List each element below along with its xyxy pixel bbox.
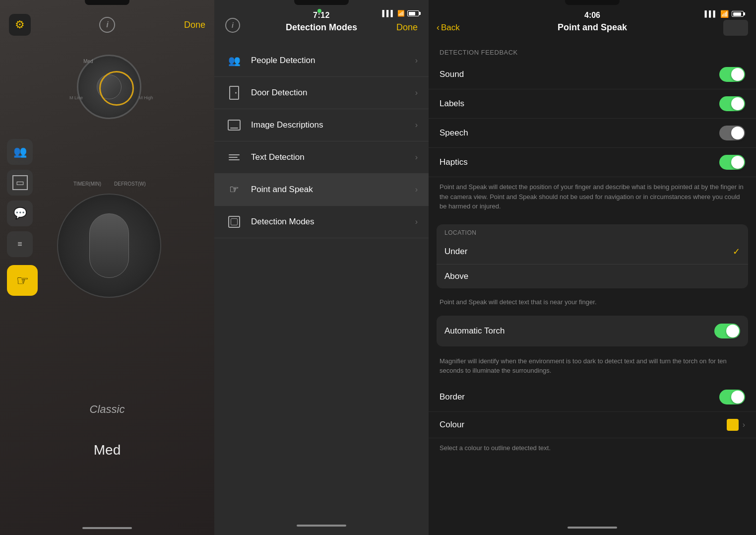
- panel2-status-time: 7:12: [313, 11, 330, 20]
- panel2-done-button[interactable]: Done: [396, 22, 418, 33]
- colour-row[interactable]: Colour ›: [429, 412, 756, 438]
- settings-button[interactable]: ⚙: [9, 14, 31, 36]
- panel2-status-icons: ▌▌▌ 📶: [382, 10, 421, 17]
- panel2-info-button[interactable]: i: [225, 18, 240, 33]
- sidebar-item-image[interactable]: 💬: [7, 201, 33, 226]
- door-detection-chevron: ›: [415, 88, 418, 97]
- people-detection-icon: 👥: [225, 52, 243, 69]
- info-button[interactable]: i: [99, 17, 115, 33]
- camera-notch: [85, 0, 129, 5]
- location-description: Point and Speak will detect text that is…: [429, 294, 756, 311]
- detection-list: 👥 People Detection › Door Detection › Im…: [214, 40, 429, 520]
- sidebar-item-people[interactable]: 👥: [7, 139, 33, 165]
- text-detection-item[interactable]: Text Detection ›: [214, 141, 429, 174]
- info-label: i: [106, 20, 108, 29]
- corner-button[interactable]: [723, 20, 748, 36]
- med-label: Med: [0, 442, 214, 458]
- location-section-label: LOCATION: [437, 224, 748, 239]
- haptics-toggle-thumb: [731, 156, 744, 169]
- labels-toggle[interactable]: [719, 96, 745, 111]
- detection-feedback-section-label: DETECTION FEEDBACK: [429, 40, 756, 60]
- image-desc-label: Image Descriptions: [251, 120, 415, 130]
- battery-indicator: [407, 10, 421, 16]
- timer-label: TIMER(MIN): [73, 181, 101, 187]
- panel3-home-indicator: [567, 527, 617, 529]
- sidebar-item-point-speak-active[interactable]: ☞: [7, 265, 38, 296]
- auto-torch-thumb: [726, 325, 739, 337]
- location-above-option[interactable]: Above: [437, 265, 748, 288]
- border-row: Border: [429, 383, 756, 412]
- mhigh-label: M High: [139, 95, 153, 100]
- location-under-label: Under: [444, 247, 467, 257]
- panel2-status-dot: [317, 9, 321, 13]
- text-detection-chevron: ›: [415, 153, 418, 162]
- door-detection-icon: [225, 84, 243, 102]
- panel3-signal-icon: ▌▌▌: [704, 10, 717, 17]
- point-speak-description: Point and Speak will detect the position…: [429, 177, 756, 218]
- door-sidebar-icon: ▭: [12, 175, 28, 190]
- text-detection-label: Text Detection: [251, 152, 415, 162]
- panel3-title: Point and Speak: [558, 22, 627, 33]
- haptics-toggle[interactable]: [719, 155, 745, 170]
- detection-modes-item[interactable]: Detection Modes ›: [214, 206, 429, 238]
- point-and-speak-item[interactable]: ☞ Point and Speak ›: [214, 174, 429, 206]
- panel3-bottom-bar: [429, 520, 756, 535]
- location-above-label: Above: [444, 271, 468, 281]
- defrost-label: DEFROST(W): [114, 181, 146, 187]
- speech-toggle[interactable]: [719, 126, 745, 140]
- location-under-option[interactable]: Under ✓: [437, 239, 748, 265]
- panel3-notch: [565, 0, 620, 5]
- panel3-battery-tip: [744, 12, 745, 15]
- colour-description: Select a colour to outline detected text…: [429, 438, 756, 460]
- image-desc-chevron: ›: [415, 121, 418, 130]
- back-label: Back: [441, 23, 460, 33]
- camera-bottom-bar: [0, 527, 214, 529]
- panel3-status-time: 4:06: [584, 11, 600, 20]
- people-detection-chevron: ›: [415, 56, 418, 65]
- point-speak-label: Point and Speak: [251, 185, 415, 195]
- back-button[interactable]: ‹ Back: [437, 22, 460, 33]
- point-speak-sidebar-icon: ☞: [16, 272, 29, 289]
- bottom-knob-inner: [89, 213, 129, 278]
- panel3-battery-fill: [733, 12, 741, 16]
- people-detection-item[interactable]: 👥 People Detection ›: [214, 45, 429, 77]
- auto-torch-row: Automatic Torch: [437, 316, 748, 346]
- sidebar-item-door[interactable]: ▭: [7, 170, 33, 196]
- haptics-row: Haptics: [429, 148, 756, 177]
- battery-tip: [419, 12, 421, 15]
- sidebar-item-text[interactable]: ≡: [7, 231, 33, 257]
- auto-torch-section: Automatic Torch: [437, 316, 748, 346]
- mline-label: M Line: [69, 95, 83, 100]
- done-button[interactable]: Done: [184, 20, 205, 30]
- door-detection-item[interactable]: Door Detection ›: [214, 77, 429, 109]
- text-detection-icon: [225, 148, 243, 166]
- bottom-knob: [57, 194, 161, 298]
- image-desc-icon: [225, 116, 243, 134]
- labels-row: Labels: [429, 89, 756, 119]
- battery-fill: [409, 12, 415, 15]
- sidebar-icons: 👥 ▭ 💬 ≡ ☞: [7, 139, 38, 296]
- auto-torch-toggle[interactable]: [714, 324, 740, 338]
- signal-icon: ▌▌▌: [382, 10, 395, 17]
- wifi-icon: 📶: [397, 10, 405, 17]
- border-toggle[interactable]: [719, 390, 745, 404]
- people-sidebar-icon: 👥: [13, 145, 27, 158]
- door-detection-label: Door Detection: [251, 88, 415, 98]
- image-descriptions-item[interactable]: Image Descriptions ›: [214, 109, 429, 141]
- auto-torch-label: Automatic Torch: [444, 326, 505, 336]
- detection-modes-panel: 7:12 ▌▌▌ 📶 i Detection Modes Done 👥 Peop…: [214, 0, 429, 535]
- under-checkmark-icon: ✓: [733, 246, 740, 257]
- panel3-status-icons: ▌▌▌ 📶: [704, 10, 745, 18]
- point-speak-icon: ☞: [225, 181, 243, 199]
- point-speak-chevron: ›: [415, 185, 418, 194]
- detection-modes-label: Detection Modes: [251, 217, 415, 227]
- panel3-top-bar: 4:06 ▌▌▌ 📶 ‹ Back Point and Speak: [429, 0, 756, 40]
- sound-toggle[interactable]: [719, 67, 745, 82]
- panel3-battery: [732, 11, 745, 17]
- labels-label: Labels: [440, 99, 464, 109]
- panel2-home-indicator: [297, 525, 346, 527]
- auto-torch-description: Magnifier will identify when the environ…: [429, 351, 756, 383]
- speech-row: Speech: [429, 119, 756, 148]
- home-indicator: [82, 527, 132, 529]
- colour-label: Colour: [440, 420, 464, 430]
